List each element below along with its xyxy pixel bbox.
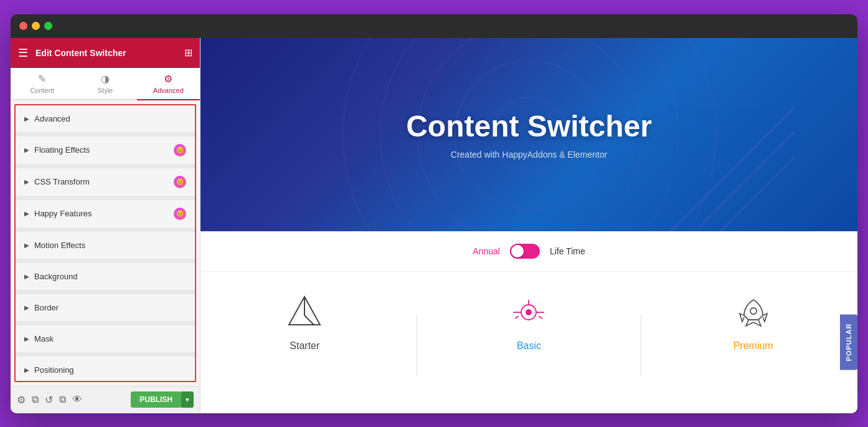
- sidebar-item-label-positioning: Positioning: [34, 365, 186, 375]
- toggle-switch[interactable]: [510, 244, 540, 259]
- arrow-icon-mask: ▶: [24, 335, 29, 342]
- history-icon[interactable]: ↺: [45, 394, 53, 406]
- svg-line-2: [720, 156, 795, 231]
- half-circle-icon: ◑: [101, 73, 110, 85]
- toggle-knob: [511, 245, 524, 257]
- pricing-name-basic: Basic: [517, 340, 541, 352]
- pricing-separator-2: [641, 314, 641, 377]
- sidebar-panel-items: ▶ Advanced ▶ Floating Effects 😊 ▶ CSS Tr…: [14, 104, 196, 382]
- hero-banner: Content Switcher Created with HappyAddon…: [200, 38, 857, 231]
- arrow-icon-floating: ▶: [24, 146, 29, 153]
- switcher-left-label: Annual: [473, 246, 500, 256]
- svg-line-11: [515, 316, 519, 319]
- tab-content-label: Content: [30, 87, 54, 94]
- sidebar-item-border[interactable]: ▶ Border: [16, 294, 195, 322]
- hero-subtitle: Created with HappyAddons & Elementor: [451, 150, 607, 160]
- sidebar-item-positioning[interactable]: ▶ Positioning: [16, 357, 195, 382]
- title-bar: [11, 14, 857, 38]
- svg-line-5: [304, 315, 314, 325]
- pricing-card-premium: Premium: [732, 290, 775, 352]
- sidebar-item-advanced[interactable]: ▶ Advanced: [16, 105, 195, 133]
- sidebar-bottom: ⚙ ⧉ ↺ ⧉ 👁 PUBLISH ▾: [11, 386, 200, 413]
- settings-icon[interactable]: ⚙: [17, 394, 26, 406]
- tab-content[interactable]: ✎ Content: [11, 68, 73, 100]
- arrow-icon-border: ▶: [24, 304, 29, 311]
- pricing-name-starter: Starter: [290, 340, 319, 352]
- sidebar-item-background[interactable]: ▶ Background: [16, 263, 195, 290]
- sidebar-item-label-mask: Mask: [34, 334, 186, 343]
- sidebar-header: ☰ Edit Content Switcher ⊞: [11, 38, 200, 68]
- main-area: ☰ Edit Content Switcher ⊞ ✎ Content ◑ St…: [11, 38, 857, 413]
- sidebar-title: Edit Content Switcher: [35, 48, 177, 58]
- pricing-card-starter: Starter: [283, 290, 326, 352]
- arrow-icon-background: ▶: [24, 273, 29, 280]
- duplicate-icon[interactable]: ⧉: [59, 394, 66, 405]
- sidebar-tabs: ✎ Content ◑ Style ⚙ Advanced: [11, 68, 200, 100]
- traffic-lights: [19, 22, 52, 30]
- sidebar-item-css-transform[interactable]: ▶ CSS Transform 😊: [16, 168, 195, 196]
- eye-icon[interactable]: 👁: [72, 394, 82, 405]
- sidebar-item-floating-effects[interactable]: ▶ Floating Effects 😊: [16, 137, 195, 165]
- arrow-icon-motion: ▶: [24, 242, 29, 249]
- pricing-separator-1: [417, 314, 417, 377]
- badge-css: 😊: [174, 176, 186, 188]
- svg-point-13: [750, 308, 757, 314]
- gear-tab-icon: ⚙: [164, 73, 172, 85]
- close-button[interactable]: [19, 22, 27, 30]
- popular-badge: POPULAR: [840, 315, 857, 370]
- content-area: Content Switcher Created with HappyAddon…: [200, 38, 857, 413]
- maximize-button[interactable]: [44, 22, 52, 30]
- pricing-name-premium: Premium: [734, 340, 773, 352]
- tab-style-label: Style: [98, 87, 113, 94]
- sidebar-item-label-motion: Motion Effects: [34, 241, 186, 250]
- svg-line-0: [671, 107, 795, 231]
- svg-line-1: [696, 132, 795, 231]
- pencil-icon: ✎: [38, 73, 46, 85]
- grid-icon[interactable]: ⊞: [184, 47, 192, 59]
- svg-point-10: [526, 310, 531, 315]
- pricing-card-basic: Basic: [507, 290, 550, 352]
- sidebar-item-label-floating: Floating Effects: [34, 145, 174, 155]
- sidebar-item-label-css: CSS Transform: [34, 177, 174, 186]
- sidebar-item-label-border: Border: [34, 303, 186, 312]
- minimize-button[interactable]: [32, 22, 40, 30]
- arrow-icon-css: ▶: [24, 178, 29, 185]
- switcher-section: Annual Life Time: [200, 231, 857, 272]
- arrow-icon-advanced: ▶: [24, 115, 29, 122]
- layers-icon[interactable]: ⧉: [32, 394, 39, 405]
- pricing-section: Starter: [200, 272, 857, 413]
- arrow-icon-happy: ▶: [24, 210, 29, 217]
- tab-style[interactable]: ◑ Style: [73, 68, 136, 100]
- sidebar-item-label-background: Background: [34, 272, 186, 281]
- badge-happy: 😊: [174, 208, 186, 220]
- publish-button[interactable]: PUBLISH: [131, 391, 181, 408]
- sidebar: ☰ Edit Content Switcher ⊞ ✎ Content ◑ St…: [11, 38, 200, 413]
- sidebar-item-label-advanced: Advanced: [34, 114, 186, 123]
- sidebar-item-happy-features[interactable]: ▶ Happy Features 😊: [16, 200, 195, 228]
- publish-arrow-button[interactable]: ▾: [181, 391, 194, 408]
- basic-icon: [507, 290, 550, 334]
- badge-floating: 😊: [174, 144, 186, 156]
- premium-icon: [732, 290, 775, 334]
- hero-title: Content Switcher: [406, 109, 652, 143]
- sidebar-item-motion-effects[interactable]: ▶ Motion Effects: [16, 232, 195, 259]
- tab-advanced[interactable]: ⚙ Advanced: [137, 68, 200, 100]
- hero-decoration: [671, 107, 795, 231]
- app-window: ☰ Edit Content Switcher ⊞ ✎ Content ◑ St…: [11, 14, 857, 413]
- sidebar-item-label-happy: Happy Features: [34, 209, 174, 218]
- arrow-icon-positioning: ▶: [24, 367, 29, 373]
- starter-icon: [283, 290, 326, 334]
- switcher-right-label: Life Time: [550, 246, 585, 256]
- sidebar-item-mask[interactable]: ▶ Mask: [16, 325, 195, 353]
- hamburger-icon[interactable]: ☰: [18, 46, 28, 60]
- svg-line-12: [539, 316, 542, 319]
- tab-advanced-label: Advanced: [153, 87, 184, 94]
